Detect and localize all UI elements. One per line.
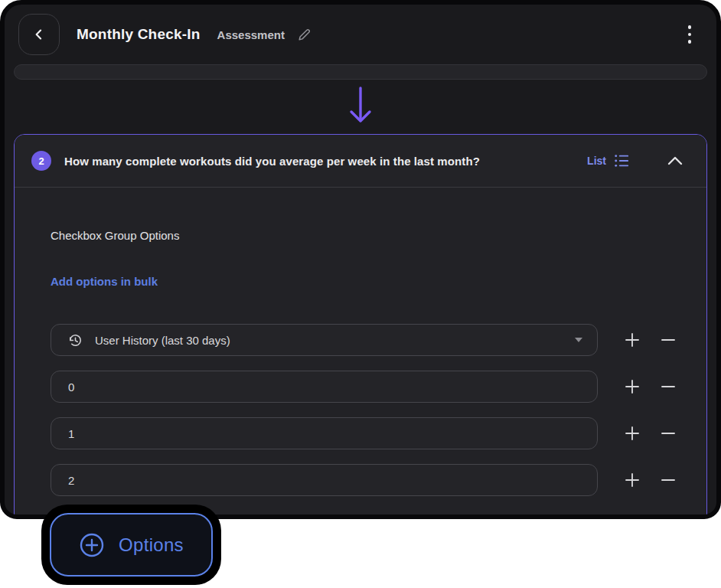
pencil-icon[interactable] bbox=[297, 28, 312, 42]
option-input-1[interactable]: 1 bbox=[51, 417, 598, 449]
add-option-button[interactable] bbox=[621, 469, 644, 492]
option-value: 2 bbox=[68, 474, 74, 487]
option-input-2[interactable]: 2 bbox=[51, 464, 598, 496]
page-title: Monthly Check-In bbox=[77, 26, 201, 43]
remove-option-button[interactable] bbox=[657, 422, 680, 445]
minus-icon bbox=[660, 425, 677, 442]
history-icon bbox=[68, 333, 83, 348]
question-card-header: 2 How many complete workouts did you ave… bbox=[15, 135, 706, 187]
options-button[interactable]: Options bbox=[50, 513, 213, 577]
question-type-selector[interactable]: List bbox=[587, 153, 630, 168]
add-option-button[interactable] bbox=[621, 375, 644, 398]
question-card-body: Checkbox Group Options Add options in bu… bbox=[15, 188, 706, 519]
question-card: 2 How many complete workouts did you ave… bbox=[14, 134, 707, 519]
option-input-0[interactable]: 0 bbox=[51, 371, 598, 403]
option-row: 2 bbox=[15, 464, 706, 496]
remove-option-button[interactable] bbox=[657, 469, 680, 492]
add-option-button[interactable] bbox=[621, 422, 644, 445]
plus-icon bbox=[624, 425, 641, 442]
option-rows: User History (last 30 days) 0 bbox=[15, 324, 706, 519]
header: Monthly Check-In Assessment bbox=[5, 5, 716, 64]
remove-option-button[interactable] bbox=[657, 328, 680, 351]
minus-icon bbox=[660, 332, 677, 348]
arrow-down-icon bbox=[5, 83, 716, 129]
kebab-menu-icon[interactable] bbox=[677, 19, 703, 50]
caret-down-icon bbox=[574, 337, 583, 343]
previous-card-edge[interactable] bbox=[14, 64, 707, 80]
collapse-question-button[interactable] bbox=[667, 155, 683, 166]
question-text: How many complete workouts did you avera… bbox=[64, 155, 480, 168]
add-option-button[interactable] bbox=[621, 328, 644, 351]
chevron-left-icon bbox=[31, 27, 47, 42]
back-button[interactable] bbox=[18, 14, 60, 55]
question-number-badge: 2 bbox=[31, 151, 51, 171]
option-row: 1 bbox=[15, 417, 706, 449]
list-icon bbox=[613, 153, 630, 168]
option-value: 0 bbox=[68, 381, 74, 394]
add-options-in-bulk-link[interactable]: Add options in bulk bbox=[51, 275, 158, 290]
app-window: Monthly Check-In Assessment 2 How many c… bbox=[0, 0, 721, 519]
options-button-label: Options bbox=[119, 534, 184, 556]
option-value: User History (last 30 days) bbox=[95, 334, 230, 347]
option-input-user-history[interactable]: User History (last 30 days) bbox=[51, 324, 598, 356]
minus-icon bbox=[660, 472, 677, 488]
plus-icon bbox=[624, 332, 641, 348]
question-type-label: List bbox=[587, 155, 606, 167]
section-label: Checkbox Group Options bbox=[15, 229, 706, 244]
option-value: 1 bbox=[68, 427, 74, 440]
plus-icon bbox=[624, 378, 641, 395]
option-row: User History (last 30 days) bbox=[15, 324, 706, 356]
options-button-highlight: Options bbox=[41, 505, 221, 585]
chevron-up-icon bbox=[667, 155, 683, 166]
plus-icon bbox=[624, 472, 641, 488]
plus-circle-icon bbox=[79, 532, 105, 558]
minus-icon bbox=[660, 378, 677, 395]
option-row: 0 bbox=[15, 371, 706, 403]
remove-option-button[interactable] bbox=[657, 375, 680, 398]
page-subtitle: Assessment bbox=[217, 28, 285, 41]
